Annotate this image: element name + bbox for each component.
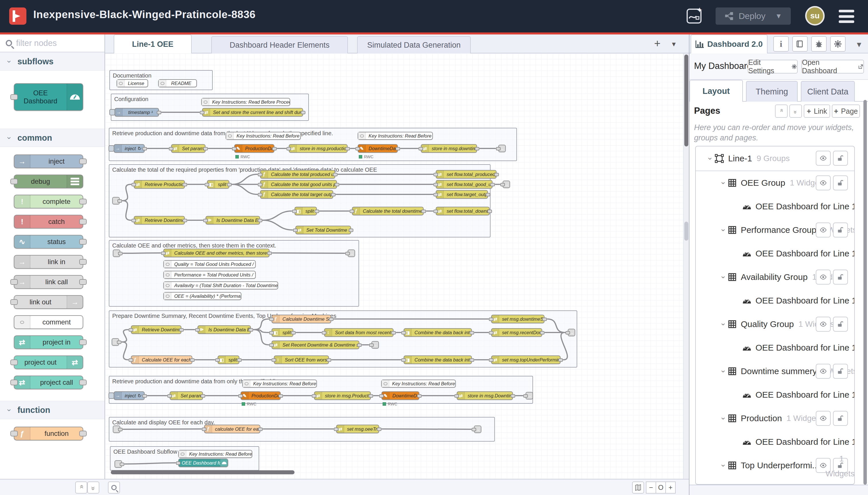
deploy-options-caret[interactable]: ▼ (775, 12, 782, 20)
input-port[interactable] (401, 358, 406, 362)
output-port[interactable] (291, 331, 296, 335)
output-port[interactable] (190, 358, 195, 362)
chevron-down-icon[interactable]: › (719, 323, 728, 326)
node-comment[interactable]: Availavity = (Total Shift Duration - Tot… (163, 281, 278, 289)
output-port[interactable] (315, 210, 319, 213)
node-chg[interactable]: ⇄set msg.topUnderPerformingMachines (491, 356, 560, 364)
output-port[interactable] (368, 394, 373, 398)
tree-row-widget[interactable]: OEE Dashboard for Line 1 (696, 336, 854, 359)
palette-node-status[interactable]: ∿status (14, 235, 83, 249)
output-port[interactable] (470, 358, 474, 362)
visibility-toggle-button[interactable] (816, 411, 831, 426)
output-port[interactable] (157, 111, 161, 114)
node-calc[interactable]: ƒCalculate the total downtime duration (352, 207, 424, 215)
node-calc[interactable]: ƒCalculate the total good units produced… (260, 180, 337, 189)
output-port[interactable] (417, 394, 422, 398)
output-port[interactable] (327, 358, 331, 362)
chevron-down-icon[interactable]: › (719, 276, 728, 278)
node-chg[interactable]: ⇄Retrieve Downtime Data (134, 216, 185, 224)
tree-row-group[interactable]: ›Performance Group1 Widgets (696, 218, 854, 242)
node-comment[interactable]: Key Instructions: Read Before Proceeding (381, 379, 456, 388)
tree-row-widget[interactable]: OEE Dashboard for Line 1 (696, 383, 854, 407)
output-port[interactable] (201, 394, 205, 398)
node-inj[interactable]: →timestamp ¹ (115, 108, 159, 117)
zoom-out-button[interactable]: − (646, 481, 656, 494)
lock-toggle-button[interactable] (833, 411, 848, 426)
debug-tab-button[interactable] (811, 36, 827, 52)
info-tab-button[interactable]: i (773, 36, 789, 52)
output-port[interactable] (79, 379, 87, 385)
input-port[interactable] (258, 183, 262, 186)
input-port[interactable] (401, 331, 406, 335)
node-qry[interactable]: ✎DowntimeDataRWC (358, 144, 398, 153)
lock-toggle-button[interactable] (833, 223, 848, 237)
output-port[interactable] (329, 318, 333, 321)
node-spl[interactable]: ◧split (272, 328, 293, 337)
node-comment[interactable]: Key Instructions: Read Before Proceeding (242, 379, 317, 388)
input-port[interactable] (203, 219, 208, 222)
link-port[interactable] (496, 147, 501, 151)
node-li[interactable]: → (112, 197, 120, 204)
link-port[interactable] (120, 463, 124, 466)
output-port[interactable] (490, 183, 495, 186)
inject-button[interactable] (108, 392, 114, 399)
output-port[interactable] (331, 193, 335, 197)
input-port[interactable] (379, 394, 384, 398)
output-port[interactable] (396, 147, 400, 151)
input-port[interactable] (355, 147, 360, 151)
node-comment[interactable]: Quality = Total Good Units Produced / To… (163, 260, 256, 268)
tree-row-group[interactable]: ›Production1 Widgets (696, 407, 854, 430)
output-port[interactable] (79, 158, 87, 164)
input-port[interactable] (232, 147, 237, 151)
input-port[interactable] (128, 358, 133, 362)
palette-category-function[interactable]: ›function (0, 401, 104, 419)
settings-tab-button[interactable] (830, 36, 846, 52)
output-port[interactable] (335, 183, 339, 186)
chevron-down-icon[interactable]: › (719, 417, 728, 420)
node-comment[interactable]: License (117, 79, 148, 87)
node-comment[interactable]: OEE = (Availability) * (Performance) * (… (163, 292, 241, 300)
input-port[interactable] (334, 428, 338, 431)
link-port[interactable] (472, 428, 476, 431)
inject-button[interactable] (109, 109, 115, 116)
add-link-button[interactable]: +Link (804, 104, 830, 118)
node-sub[interactable]: OEE Dashboard for Line 1 (178, 459, 228, 467)
node-comment[interactable]: Key Instructions: Read Before Proceeding (226, 132, 301, 140)
input-port[interactable] (167, 394, 172, 398)
node-comment[interactable]: Performance = Total Produced Units / Tot… (163, 271, 256, 279)
output-port[interactable] (258, 428, 263, 431)
input-port[interactable] (202, 428, 206, 431)
node-calc[interactable]: ƒCalculate the total produced units toda… (260, 170, 335, 178)
input-port[interactable] (161, 252, 166, 255)
input-port[interactable] (258, 173, 262, 176)
node-chg[interactable]: ⇄Retrieve Production Data (134, 180, 185, 189)
node-calc[interactable]: ƒCalculate the total target output of to… (260, 190, 333, 199)
visibility-toggle-button[interactable] (816, 364, 831, 379)
node-srt[interactable]: ↕Sort data from most recent to oldest (324, 328, 394, 337)
palette-category-subflows[interactable]: ›subflows (0, 52, 104, 71)
help-tab-button[interactable] (792, 36, 808, 52)
zoom-reset-button[interactable]: O (656, 481, 666, 494)
input-port[interactable] (10, 299, 18, 305)
input-port[interactable] (287, 147, 291, 151)
output-port[interactable] (272, 147, 277, 151)
sidebar-scrollbar[interactable] (863, 100, 867, 485)
open-dashboard-button[interactable]: Open Dashboard (801, 60, 864, 73)
sidebar-options-caret[interactable]: ▼ (855, 40, 863, 49)
visibility-toggle-button[interactable] (816, 175, 831, 190)
tree-row-group[interactable]: ›Availability Group1 Widgets (696, 265, 854, 289)
palette-node-link-in[interactable]: →link in (14, 255, 83, 269)
tree-row-widget[interactable]: OEE Dashboard for Line 1 (696, 430, 854, 454)
output-port[interactable] (79, 239, 87, 245)
node-sw[interactable]: ⋔Is Downtime Data Empty? (206, 216, 260, 224)
node-chg[interactable]: ⇄set flow.total_produced_units (436, 170, 497, 178)
palette-node-subflow[interactable]: OEE Dashboard (14, 83, 83, 111)
node-chg[interactable]: ⇄store in msg.downtime_data (421, 144, 477, 153)
node-comment[interactable]: README (158, 79, 197, 87)
palette-category-common[interactable]: ›common (0, 129, 104, 147)
add-page-button[interactable]: +Page (832, 104, 860, 118)
node-lo[interactable]: → (348, 250, 355, 257)
input-port[interactable] (322, 331, 326, 335)
input-port[interactable] (10, 94, 18, 100)
visibility-toggle-button[interactable] (816, 317, 831, 331)
